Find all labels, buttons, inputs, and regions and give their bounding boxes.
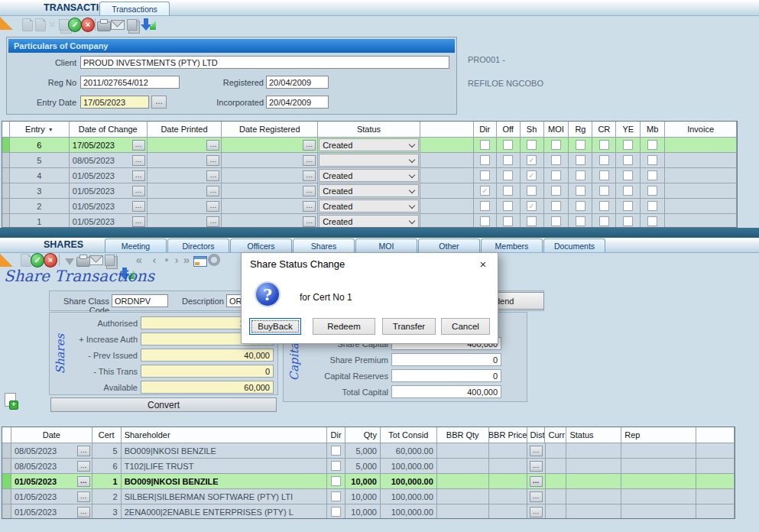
status-dropdown[interactable]: Created — [319, 169, 419, 182]
cancel-icon[interactable]: × — [44, 253, 57, 267]
date-picker-button[interactable]: … — [132, 155, 145, 166]
ye-checkbox[interactable] — [623, 216, 633, 226]
transaction-row[interactable]: 508/05/2023………✓ — [2, 153, 737, 168]
mb-checkbox[interactable] — [647, 201, 657, 211]
column-header-tot-consid[interactable]: Tot Consid — [381, 427, 437, 443]
column-header-dist[interactable]: Dist — [527, 427, 546, 443]
column-header-bbr-price[interactable]: BBR Price — [489, 427, 527, 443]
column-header-dir[interactable]: Dir — [474, 122, 497, 137]
mb-checkbox[interactable] — [647, 155, 657, 165]
column-header-date-printed[interactable]: Date Printed — [148, 122, 222, 137]
dir-checkbox[interactable] — [331, 491, 341, 501]
date-printed-picker-button[interactable]: … — [206, 155, 219, 166]
moi-checkbox[interactable] — [551, 155, 561, 165]
dir-checkbox[interactable] — [480, 155, 490, 165]
dir-checkbox[interactable] — [480, 216, 490, 226]
row-indicator[interactable] — [2, 138, 10, 152]
dir-checkbox[interactable]: ✓ — [480, 186, 490, 196]
tab-meeting[interactable]: Meeting — [105, 238, 167, 252]
date-picker-button[interactable]: … — [77, 446, 90, 456]
settings-gear-icon[interactable] — [207, 253, 221, 267]
date-registered-picker-button[interactable]: … — [303, 186, 316, 196]
download-icon[interactable] — [63, 253, 76, 267]
share-row[interactable]: 08/05/2023…6T102|LIFE TRUST5,000100,000.… — [2, 459, 735, 474]
off-checkbox[interactable] — [503, 201, 513, 211]
date-registered-picker-button[interactable]: … — [303, 140, 316, 151]
nav-last-icon[interactable]: » — [180, 253, 193, 267]
date-printed-picker-button[interactable]: … — [206, 216, 219, 227]
date-picker-button[interactable]: … — [132, 216, 145, 227]
date-registered-picker-button[interactable]: … — [303, 155, 316, 166]
column-header-bbr-qty[interactable]: BBR Qty — [437, 427, 489, 443]
sh-checkbox[interactable]: ✓ — [527, 201, 537, 211]
cancel-icon[interactable]: × — [81, 18, 95, 31]
confirm-icon[interactable]: ✓ — [68, 18, 82, 31]
sh-checkbox[interactable]: ✓ — [527, 155, 537, 165]
copy-icon[interactable] — [102, 253, 116, 267]
row-indicator[interactable] — [2, 443, 11, 458]
convert-button[interactable]: Convert — [50, 397, 277, 412]
off-checkbox[interactable] — [503, 216, 513, 226]
copy-icon[interactable] — [125, 18, 138, 31]
available-input[interactable]: 60,000 — [141, 381, 274, 394]
status-dropdown[interactable]: Created — [319, 200, 419, 212]
date-picker-button[interactable]: … — [77, 507, 90, 517]
send-email-icon[interactable] — [111, 18, 125, 31]
date-picker-button[interactable]: … — [132, 186, 145, 196]
row-indicator[interactable] — [2, 199, 10, 213]
row-indicator[interactable] — [2, 474, 11, 488]
transfer-button[interactable]: Transfer — [382, 318, 436, 335]
column-header-status[interactable]: Status — [318, 122, 420, 137]
status-dropdown[interactable] — [319, 154, 419, 167]
column-header-qty[interactable]: Qty — [345, 427, 381, 443]
column-header-moi[interactable]: MOI — [544, 122, 569, 137]
cr-checkbox[interactable] — [599, 216, 609, 226]
share-class-code-input[interactable]: ORDNPV — [112, 294, 168, 307]
date-registered-picker-button[interactable]: … — [303, 216, 316, 227]
status-dropdown[interactable]: Created — [319, 138, 419, 151]
transaction-row[interactable]: 401/05/2023………Created✓ — [2, 168, 737, 183]
column-header-date-registered[interactable]: Date Registered — [222, 122, 318, 137]
nav-first-icon[interactable]: « — [132, 253, 146, 267]
tab-shares[interactable]: Shares — [293, 238, 355, 252]
tab-documents[interactable]: Documents — [543, 238, 605, 252]
entry-date-picker-button[interactable]: … — [151, 96, 167, 109]
tab-directors[interactable]: Directors — [167, 238, 229, 252]
buyback-button[interactable]: BuyBack — [249, 318, 301, 335]
ye-checkbox[interactable] — [623, 186, 633, 196]
column-header-rg[interactable]: Rg — [569, 122, 592, 137]
dir-checkbox[interactable] — [331, 461, 341, 471]
header-spacer[interactable] — [696, 427, 735, 443]
date-picker-button[interactable]: … — [132, 201, 145, 212]
this-trans-input[interactable]: 0 — [141, 365, 274, 378]
mb-checkbox[interactable] — [647, 170, 657, 180]
share-row[interactable]: 01/05/2023…2SILBER|SILBERMAN SOFTWARE (P… — [2, 489, 735, 504]
client-input[interactable]: PROUD INVESTMENTS (PTY) LTD — [80, 56, 449, 69]
date-picker-button[interactable]: … — [77, 461, 90, 472]
ye-checkbox[interactable] — [623, 170, 633, 180]
print-icon[interactable] — [97, 18, 111, 31]
column-header-date-of-change[interactable]: Date of Change — [70, 122, 148, 137]
cancel-button[interactable]: Cancel — [441, 318, 490, 335]
column-header-shareholder[interactable]: Shareholder — [122, 427, 327, 443]
row-indicator[interactable] — [2, 183, 10, 198]
date-picker-button[interactable]: … — [77, 491, 90, 502]
column-header-cert[interactable]: Cert — [92, 427, 122, 443]
column-header-sh[interactable]: Sh — [521, 122, 544, 137]
rg-checkbox[interactable] — [576, 216, 585, 226]
cr-checkbox[interactable] — [599, 186, 609, 196]
column-header-invoice[interactable]: Invoice — [665, 122, 737, 137]
sh-checkbox[interactable] — [527, 186, 537, 196]
off-checkbox[interactable] — [503, 186, 513, 196]
transaction-row[interactable]: 301/05/2023………Created✓ — [2, 183, 737, 199]
close-icon[interactable]: × — [475, 257, 491, 272]
dist-button[interactable]: … — [530, 507, 543, 517]
moi-checkbox[interactable] — [551, 140, 561, 150]
date-picker-button[interactable]: … — [77, 476, 90, 487]
header-spacer-2[interactable] — [420, 122, 474, 137]
dist-button[interactable]: … — [530, 446, 543, 456]
add-record-icon[interactable] — [5, 393, 16, 407]
export-data-icon[interactable] — [141, 18, 156, 31]
cr-checkbox[interactable] — [599, 155, 609, 165]
column-header-mb[interactable]: Mb — [641, 122, 665, 137]
